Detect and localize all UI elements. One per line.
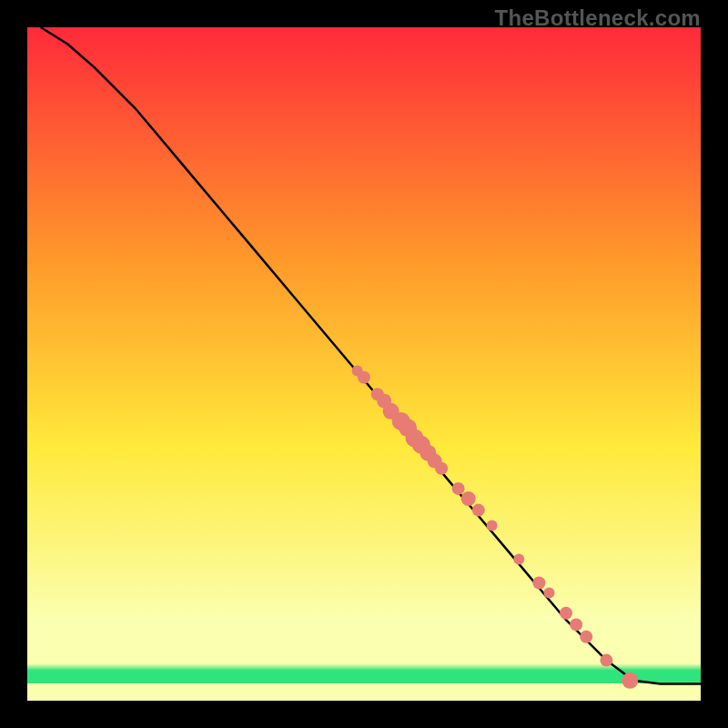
chart-stage: TheBottleneck.com — [0, 0, 728, 728]
data-marker — [513, 554, 524, 565]
data-marker — [532, 577, 545, 590]
data-marker — [622, 672, 638, 689]
data-marker — [570, 618, 582, 631]
data-marker — [435, 462, 448, 475]
bottleneck-chart — [0, 0, 728, 728]
data-marker — [358, 371, 370, 384]
data-marker — [544, 588, 555, 599]
plot-background — [27, 27, 701, 701]
data-marker — [580, 631, 592, 643]
data-marker — [461, 491, 476, 506]
data-marker — [452, 482, 465, 495]
watermark-label: TheBottleneck.com — [495, 5, 701, 31]
data-marker — [560, 607, 572, 620]
data-marker — [487, 521, 498, 531]
data-marker — [472, 504, 485, 517]
data-marker — [600, 654, 612, 667]
